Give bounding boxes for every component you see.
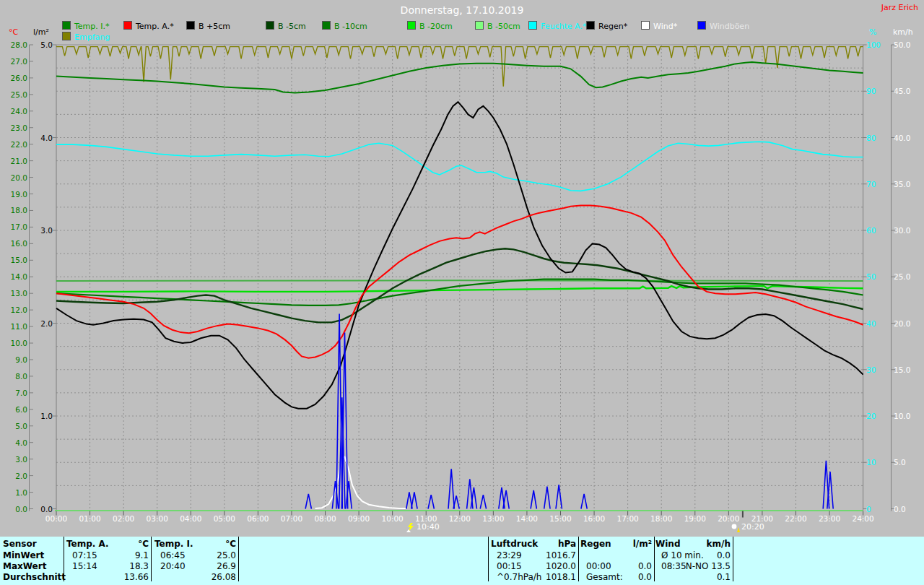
temp-tick-label: 13.0 <box>6 290 27 297</box>
table-cell-value: 0.0 <box>666 550 731 560</box>
legend-item-label: Temp. A.* <box>136 22 174 31</box>
time-tick-label: 24:00 <box>850 515 876 522</box>
legend-item-windb-en[interactable]: Windböen <box>697 21 749 31</box>
time-tick-label: 00:00 <box>43 515 69 522</box>
temp-tick-label: 10.0 <box>6 339 27 347</box>
legend-swatch-icon <box>123 21 132 30</box>
kmh-tick-label: 30.0 <box>894 227 915 234</box>
kmh-tick-label: 10.0 <box>894 412 915 420</box>
pct-tick-label: 50 <box>866 273 885 280</box>
pct-tick-label: 30 <box>866 366 885 373</box>
kmh-tick-label: 25.0 <box>894 273 915 280</box>
kmh-tick-label: 45.0 <box>894 87 915 95</box>
legend-swatch-icon <box>475 21 484 30</box>
legend-item-regen-[interactable]: Regen* <box>586 21 627 31</box>
temp-tick-label: 19.0 <box>6 191 27 198</box>
table-divider <box>578 537 579 581</box>
legend-item-label: B +5cm <box>199 22 230 31</box>
series-windboeen-spike <box>305 494 311 509</box>
table-divider <box>238 537 239 581</box>
series-windboeen-spike <box>448 469 454 508</box>
time-tick-label: 05:00 <box>212 515 237 522</box>
lightning-down-icon <box>406 523 415 532</box>
series-windboeen-spike <box>544 487 550 509</box>
rain-tick-label: 4.0 <box>35 134 53 142</box>
time-tick-label: 03:00 <box>144 515 170 522</box>
temp-tick-label: 12.0 <box>6 306 27 313</box>
temp-tick-label: 27.0 <box>6 58 27 65</box>
temp-tick-label: 4.0 <box>6 439 27 446</box>
legend-item-wind-[interactable]: Wind* <box>641 21 677 31</box>
table-group-name: Luftdruck <box>491 539 538 549</box>
legend-item-b-20cm[interactable]: B -20cm <box>407 21 453 31</box>
time-tick-label: 06:00 <box>245 515 271 522</box>
rain-tick-label: 3.0 <box>35 227 53 234</box>
temp-tick-label: 21.0 <box>6 157 27 165</box>
series-windboeen-spike <box>411 492 417 508</box>
table-cell-value: 1018.1 <box>511 572 576 582</box>
pct-tick-label: 100 <box>866 41 885 48</box>
legend-item-feuchte-a-[interactable]: Feuchte A.* <box>528 21 586 31</box>
rain-tick-label: 2.0 <box>35 320 53 327</box>
temp-tick-label: 7.0 <box>6 389 27 396</box>
legend-item-label: Wind* <box>653 22 677 31</box>
table-row-label: Durchschnitt <box>3 572 66 582</box>
rain-tick-label: 0.0 <box>35 506 53 513</box>
table-row-label: MaxWert <box>3 561 46 571</box>
legend-item-b-10cm[interactable]: B -10cm <box>322 21 367 31</box>
temp-tick-label: 23.0 <box>6 124 27 131</box>
table-group-name: Regen <box>580 539 611 549</box>
temp-tick-label: 15.0 <box>6 256 27 264</box>
table-group-unit: °C <box>105 539 149 549</box>
legend-item-label: B -50cm <box>487 22 520 31</box>
time-tick-label: 11:00 <box>413 515 439 522</box>
time-tick-label: 20:00 <box>715 515 741 522</box>
pct-tick-label: 20 <box>866 412 885 420</box>
pct-tick-label: 40 <box>866 320 885 327</box>
temp-tick-label: 28.0 <box>6 41 27 48</box>
time-tick-label: 12:00 <box>447 515 473 522</box>
kmh-tick-label: 35.0 <box>894 181 915 188</box>
time-tick-label: 13:00 <box>480 515 506 522</box>
legend-swatch-icon <box>586 21 595 30</box>
table-cell-value: 1020.0 <box>511 561 576 571</box>
time-tick-label: 18:00 <box>648 515 674 522</box>
pct-tick-label: 90 <box>866 87 885 95</box>
temp-tick-label: 24.0 <box>6 108 27 115</box>
legend-swatch-icon <box>62 32 71 40</box>
kmh-tick-label: 0.0 <box>894 506 915 513</box>
rain-tick-label: 1.0 <box>35 412 53 420</box>
table-row-label: MinWert <box>3 550 44 560</box>
temp-tick-label: 18.0 <box>6 207 27 214</box>
pct-tick-label: 60 <box>866 227 885 234</box>
series-windboeen-spike <box>346 481 352 509</box>
legend-swatch-icon <box>697 21 706 30</box>
time-tick-label: 01:00 <box>77 515 103 522</box>
legend-item-temp-a-[interactable]: Temp. A.* <box>123 21 174 31</box>
legend-item-label: B -20cm <box>419 22 453 31</box>
table-cell-value: 9.1 <box>84 550 149 560</box>
series-windboeen-spike <box>531 490 536 509</box>
temp-tick-label: 1.0 <box>6 489 27 496</box>
pct-tick-label: 70 <box>866 181 885 188</box>
temp-tick-label: 8.0 <box>6 373 27 380</box>
weather-chart-plot <box>0 0 924 585</box>
table-cell-value: 26.08 <box>171 572 236 582</box>
time-tick-label: 21:00 <box>749 515 775 522</box>
table-group-unit: °C <box>193 539 236 549</box>
series-windboeen-spike <box>428 495 434 508</box>
table-divider <box>733 537 733 581</box>
legend-swatch-icon <box>528 21 537 30</box>
legend-item-temp-i-[interactable]: Temp. I.* <box>62 21 110 31</box>
table-cell-value: 0.0 <box>587 572 652 582</box>
legend-item-b-5cm[interactable]: B -5cm <box>266 21 306 31</box>
table-cell-value: 25.0 <box>171 550 236 560</box>
legend-swatch-icon <box>62 21 71 30</box>
table-group-unit: l/m² <box>609 539 652 549</box>
legend-item-b-5cm[interactable]: B +5cm <box>186 21 230 31</box>
legend-item-label: Empfang <box>74 32 110 42</box>
legend-item-empfang[interactable]: Empfang <box>62 32 110 42</box>
marker-20-20-label: 20:20 <box>741 522 764 532</box>
legend-item-b-50cm[interactable]: B -50cm <box>475 21 520 31</box>
marker-20-20 <box>731 521 740 535</box>
